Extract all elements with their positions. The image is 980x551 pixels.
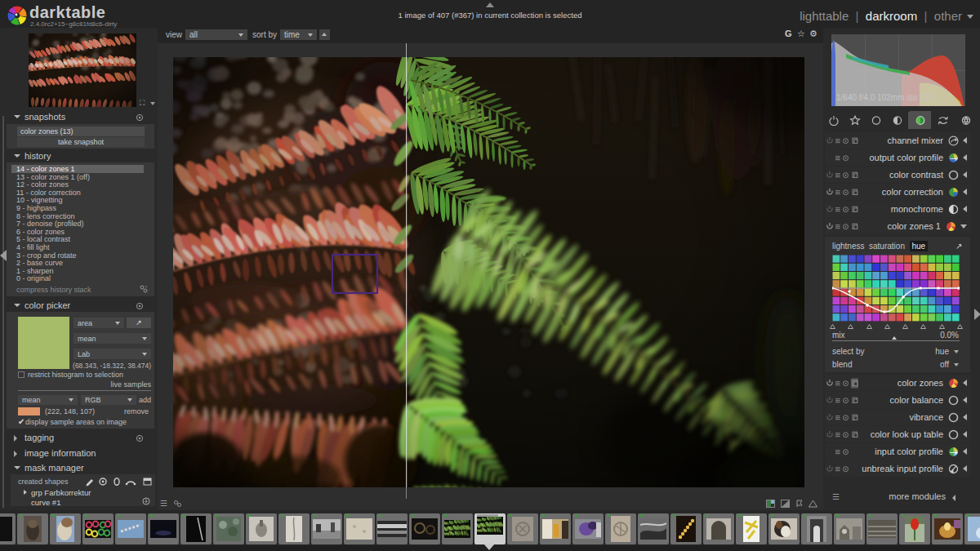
- svg-text:1/640 f/4.0 102mm iso 100: 1/640 f/4.0 102mm iso 100: [836, 93, 933, 102]
